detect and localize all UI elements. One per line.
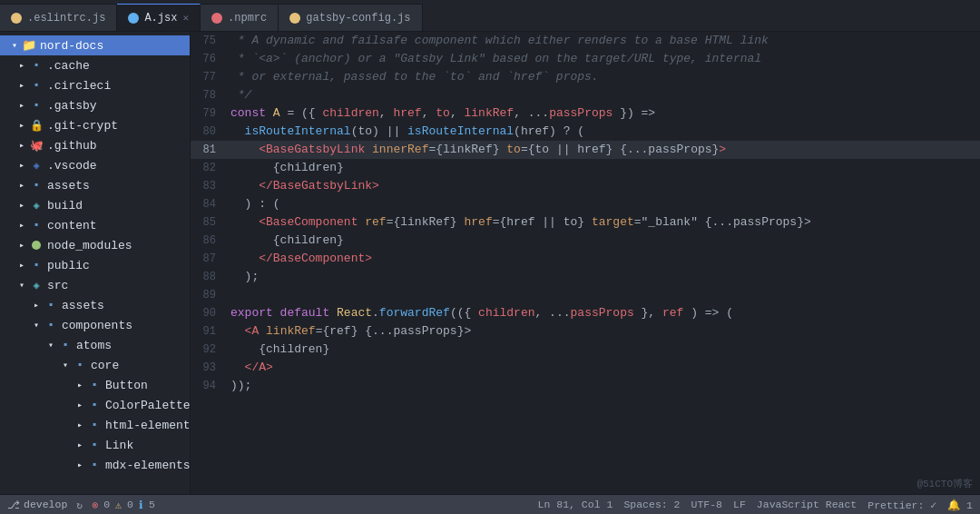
line-number: 89 [191,286,227,304]
tab-label: .npmrc [228,12,267,25]
arrow-icon: ▸ [15,260,29,271]
sidebar-item-gatsby[interactable]: ▸ ▪ .gatsby [0,95,190,115]
error-count: ⊗ 0 ⚠ 0 ℹ 5 [92,499,155,511]
code-line: 94)); [191,377,980,395]
item-label: .vscode [47,159,97,173]
sidebar-item-node-modules[interactable]: ▸ node_modules [0,235,190,255]
sidebar-item-vscode[interactable]: ▸ ◈ .vscode [0,155,190,175]
sidebar-item-core[interactable]: ▾ ▪ core [0,355,190,375]
tab-Ajsx[interactable]: A.jsx ✕ [117,4,201,31]
line-content: * `<a>` (anchor) or a "Gatsby Link" base… [227,50,980,68]
branch-name: develop [24,499,67,510]
sidebar-item-atoms[interactable]: ▾ ▪ atoms [0,335,190,355]
tab-eslintrc[interactable]: .eslintrc.js [0,4,117,31]
arrow-icon: ▾ [7,40,22,51]
sidebar-item-root[interactable]: ▾ 📁 nord-docs [0,35,190,55]
item-label: Link [105,439,133,452]
sync-icon[interactable]: ↻ [76,499,83,511]
code-editor[interactable]: 75 * A dynamic and failsafe component wh… [191,32,980,494]
sidebar-item-components[interactable]: ▾ ▪ components [0,315,190,335]
bell-indicator: 🔔 1 [947,499,973,511]
item-label: .circleci [47,79,111,93]
prettier-indicator: Prettier: ✓ [867,499,936,511]
main-area: ▾ 📁 nord-docs ▸ ▪ .cache ▸ ▪ .circleci ▸… [0,32,980,494]
folder-icon: ▪ [29,178,44,193]
sidebar-item-button[interactable]: ▸ ▪ Button [0,375,190,395]
git-icon: ⎇ [7,499,20,511]
folder-special-icon: 🔒 [29,118,44,133]
warning-icon: ⚠ [115,499,122,511]
line-content: {children} [227,341,980,359]
line-content: * or external, passed to the `to` and `h… [227,68,980,86]
react-icon [128,13,139,24]
line-content: <BaseGatsbyLink innerRef={linkRef} to={t… [227,141,980,159]
folder-icon: ▪ [87,418,102,432]
code-lines: 75 * A dynamic and failsafe component wh… [191,32,980,395]
info-val: 5 [149,499,155,510]
sidebar-item-src-assets[interactable]: ▸ ▪ assets [0,295,190,315]
status-left: ⎇ develop ↻ ⊗ 0 ⚠ 0 ℹ 5 [7,499,155,511]
line-number: 91 [191,322,227,341]
code-line: 91 <A linkRef={ref} {...passProps}> [191,322,980,341]
code-line: 85 <BaseComponent ref={linkRef} href={hr… [191,213,980,232]
js-icon [11,13,22,24]
status-right: Ln 81, Col 1 Spaces: 2 UTF-8 LF JavaScri… [538,499,973,511]
line-number: 76 [191,50,227,68]
sidebar-item-link[interactable]: ▸ ▪ Link [0,435,190,455]
line-content: </BaseGatsbyLink> [227,177,980,195]
line-content: </BaseComponent> [227,250,980,268]
sidebar-item-github[interactable]: ▸ 🐙 .github [0,135,190,155]
line-content: export default React.forwardRef(({ child… [227,304,980,322]
code-line: 83 </BaseGatsbyLink> [191,177,980,195]
arrow-icon: ▸ [15,100,29,111]
line-number: 85 [191,213,227,232]
sidebar-item-cache[interactable]: ▸ ▪ .cache [0,55,190,75]
folder-icon: ▪ [87,438,102,452]
sidebar-item-gitcrypt[interactable]: ▸ 🔒 .git-crypt [0,115,190,135]
sidebar-item-circleci[interactable]: ▸ ▪ .circleci [0,75,190,95]
folder-icon: ▪ [73,358,87,372]
arrow-icon: ▸ [73,400,87,410]
branch-indicator[interactable]: ⎇ develop [7,499,67,511]
tab-gatsby[interactable]: gatsby-config.js [279,4,422,31]
folder-icon: 📁 [22,38,36,53]
tab-npmrc[interactable]: .npmrc [201,4,279,31]
sidebar-item-mdx-elements[interactable]: ▸ ▪ mdx-elements [0,455,190,475]
tab-label: A.jsx [144,12,177,25]
folder-icon: ▪ [87,458,102,472]
sidebar-item-content[interactable]: ▸ ▪ content [0,215,190,235]
sidebar-item-assets[interactable]: ▸ ▪ assets [0,175,190,195]
error-icon: ⊗ [92,499,98,511]
arrow-icon: ▸ [15,140,29,151]
code-line: 81 <BaseGatsbyLink innerRef={linkRef} to… [191,141,980,159]
item-label: node_modules [47,239,132,252]
line-content: const A = ({ children, href, to, linkRef… [227,104,980,123]
line-number: 88 [191,268,227,286]
item-label: public [47,259,90,272]
folder-icon: ▪ [87,378,102,392]
js-icon2 [289,13,300,24]
line-number: 78 [191,86,227,104]
line-content: </A> [227,359,980,377]
sidebar-item-src[interactable]: ▾ ◈ src [0,275,190,295]
line-number: 90 [191,304,227,322]
item-label: ColorPaletteCard [105,399,191,412]
sidebar-item-public[interactable]: ▸ ▪ public [0,255,190,275]
npm-icon [211,13,222,24]
code-line: 93 </A> [191,359,980,377]
line-content: */ [227,86,980,104]
folder-icon: ▪ [44,298,58,312]
item-label: content [47,219,97,232]
sidebar-item-colorpalettecard[interactable]: ▸ ▪ ColorPaletteCard [0,395,190,415]
error-val: 0 [103,499,110,510]
code-line: 82 {children} [191,159,980,177]
arrow-icon: ▾ [44,340,58,351]
sidebar-item-html-elements[interactable]: ▸ ▪ html-elements [0,415,190,435]
code-line: 79const A = ({ children, href, to, linkR… [191,104,980,123]
item-label: assets [62,299,104,312]
tab-close-button[interactable]: ✕ [182,12,189,24]
item-label: components [62,319,132,332]
language-indicator: JavaScript React [757,499,857,510]
arrow-icon: ▸ [15,240,29,251]
sidebar-item-build[interactable]: ▸ ◈ build [0,195,190,215]
